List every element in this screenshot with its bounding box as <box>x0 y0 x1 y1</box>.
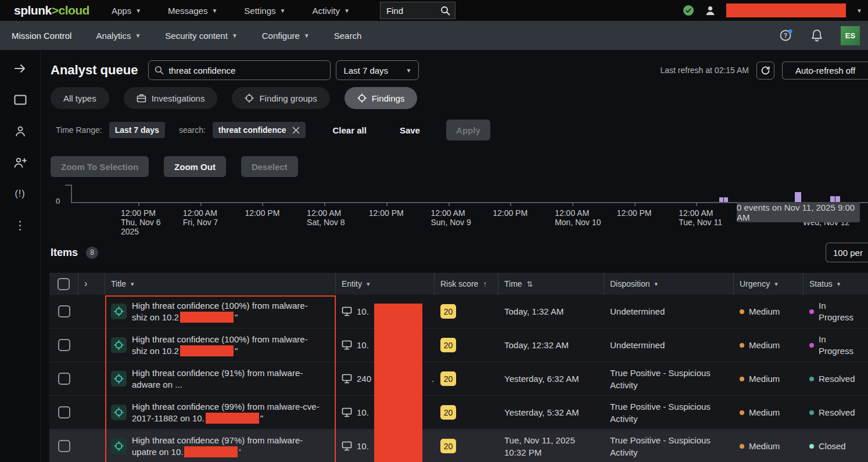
filter-chip-investigations[interactable]: Investigations <box>124 87 218 109</box>
queue-search-input[interactable]: threat confidence <box>148 60 331 80</box>
nav-analytics[interactable]: Analytics▼ <box>96 31 141 41</box>
select-all-checkbox[interactable] <box>58 278 70 290</box>
enterprise-security-app-icon[interactable]: ES <box>841 26 860 45</box>
column-header-time[interactable]: Time⇅ <box>498 273 604 295</box>
risk-score-badge[interactable]: 20 <box>440 304 456 319</box>
menu-messages[interactable]: Messages▼ <box>168 6 217 16</box>
nav-security-content[interactable]: Security content▼ <box>165 31 237 41</box>
urgency-dot <box>740 343 744 348</box>
column-header-status[interactable]: Status▾ <box>804 273 868 295</box>
notifications-bell-icon[interactable] <box>810 28 823 42</box>
finding-target-icon <box>111 304 127 319</box>
splunk-cloud-logo[interactable]: splunk>cloud <box>14 3 89 17</box>
risk-score-badge[interactable]: 20 <box>440 371 456 386</box>
search-icon <box>440 6 450 16</box>
row-checkbox[interactable] <box>58 339 70 351</box>
disposition-cell: Undetermined <box>604 329 734 362</box>
chevron-down-icon[interactable]: ▼ <box>856 8 862 14</box>
time-cell: Tue, Nov 11, 2025 10:32 PM <box>498 429 604 462</box>
status-dot <box>809 309 814 314</box>
remove-filter-icon[interactable] <box>292 127 300 134</box>
health-check-icon[interactable] <box>683 5 694 16</box>
analyst-person-icon[interactable] <box>13 124 27 138</box>
left-sidebar: (!) ⋮ <box>0 50 41 462</box>
time-range-select[interactable]: Last 7 days▼ <box>336 60 419 80</box>
entity-value[interactable]: 240 <box>357 374 371 384</box>
chevron-down-icon: ▼ <box>406 67 411 74</box>
table-row[interactable]: High threat confidence (97%) from malwar… <box>49 429 868 462</box>
filter-chip-all-types[interactable]: All types <box>51 87 109 109</box>
user-avatar-icon[interactable] <box>705 5 716 16</box>
time-range-filter-chip[interactable]: Last 7 days <box>109 122 165 138</box>
alerts-icon[interactable]: (!) <box>13 187 27 201</box>
x-axis-tick-label: 12:00 PM <box>493 208 528 218</box>
finding-title-link[interactable]: High threat confidence (100%) from malwa… <box>132 334 308 357</box>
page-size-select[interactable]: 100 per <box>826 243 868 262</box>
expand-sidebar-icon[interactable] <box>13 62 27 75</box>
find-input[interactable]: Find <box>380 2 455 19</box>
apply-button[interactable]: Apply <box>446 120 490 140</box>
finding-title-link[interactable]: High threat confidence (99%) from malwar… <box>132 401 320 424</box>
urgency-cell: Medium <box>749 374 780 384</box>
zoom-to-selection-button[interactable]: Zoom To Selection <box>51 156 149 177</box>
more-options-icon[interactable]: ⋮ <box>13 218 27 232</box>
refresh-button[interactable] <box>756 62 774 80</box>
search-filter-chip[interactable]: threat confidence <box>213 122 306 138</box>
filter-chip-findings[interactable]: Findings <box>345 87 418 109</box>
x-axis-tick-label: 12:00 AMSun, Nov 9 <box>431 208 471 227</box>
nav-configure[interactable]: Configure▼ <box>262 31 310 41</box>
table-row[interactable]: High threat confidence (100%) from malwa… <box>49 295 868 329</box>
column-header-urgency[interactable]: Urgency▾ <box>734 273 804 295</box>
row-checkbox[interactable] <box>58 440 70 452</box>
host-monitor-icon <box>342 374 352 384</box>
save-button[interactable]: Save <box>400 125 420 135</box>
page-title: Analyst queue <box>51 63 138 78</box>
events-timeline-chart[interactable]: 0 0 events on Nov 11, 2025 9:00 AM 12:00… <box>41 183 868 243</box>
sort-icon: ▾ <box>774 280 778 288</box>
queue-card-icon[interactable] <box>13 93 27 107</box>
menu-apps[interactable]: Apps▼ <box>112 6 141 16</box>
table-row[interactable]: High threat confidence (100%) from malwa… <box>49 329 868 362</box>
risk-score-badge[interactable]: 20 <box>440 439 456 453</box>
time-cell: Yesterday, 6:32 AM <box>498 362 604 395</box>
filter-chip-finding-groups[interactable]: Finding groups <box>232 87 329 109</box>
entity-value[interactable]: 10. <box>357 407 369 417</box>
finding-title-link[interactable]: High threat confidence (91%) from malwar… <box>132 367 303 391</box>
risk-score-badge[interactable]: 20 <box>440 405 456 420</box>
briefcase-icon <box>137 93 146 103</box>
column-header-title[interactable]: Title▾ <box>105 273 336 295</box>
sort-icon: ▾ <box>367 280 370 288</box>
clear-all-button[interactable]: Clear all <box>333 125 367 135</box>
column-header-risk-score[interactable]: Risk score↑ <box>435 273 498 295</box>
finding-title-link[interactable]: High threat confidence (97%) from malwar… <box>132 435 303 458</box>
event-bar[interactable] <box>835 196 840 202</box>
event-bar[interactable] <box>795 192 801 202</box>
table-row[interactable]: High threat confidence (91%) from malwar… <box>49 362 868 396</box>
row-checkbox[interactable] <box>58 305 70 317</box>
auto-refresh-button[interactable]: Auto-refresh off <box>782 62 868 80</box>
row-checkbox[interactable] <box>58 373 70 385</box>
risk-score-badge[interactable]: 20 <box>440 338 456 352</box>
nav-search[interactable]: Search <box>334 31 362 41</box>
event-bar[interactable] <box>830 196 835 202</box>
entity-value[interactable]: 10. <box>357 441 369 451</box>
menu-settings[interactable]: Settings▼ <box>244 6 285 16</box>
column-header-disposition[interactable]: Disposition▾ <box>604 273 734 295</box>
column-header-entity[interactable]: Entity▾ <box>336 273 435 295</box>
search-icon <box>155 66 164 75</box>
entity-value[interactable]: 10. <box>357 306 369 316</box>
menu-activity[interactable]: Activity▼ <box>312 6 349 16</box>
entity-value[interactable]: 10. <box>357 340 369 350</box>
finding-title-link[interactable]: High threat confidence (100%) from malwa… <box>132 300 308 323</box>
event-bar[interactable] <box>724 197 728 202</box>
add-analyst-icon[interactable] <box>13 156 27 169</box>
nav-mission-control[interactable]: Mission Control <box>12 31 71 41</box>
expand-all-button[interactable]: › <box>78 273 105 295</box>
table-row[interactable]: High threat confidence (99%) from malwar… <box>49 396 868 429</box>
row-checkbox[interactable] <box>58 406 70 418</box>
zoom-out-button[interactable]: Zoom Out <box>164 156 226 177</box>
help-icon[interactable]: ? <box>779 28 793 42</box>
event-bar[interactable] <box>719 197 723 202</box>
deselect-button[interactable]: Deselect <box>241 156 298 177</box>
x-axis-tick <box>572 203 573 206</box>
